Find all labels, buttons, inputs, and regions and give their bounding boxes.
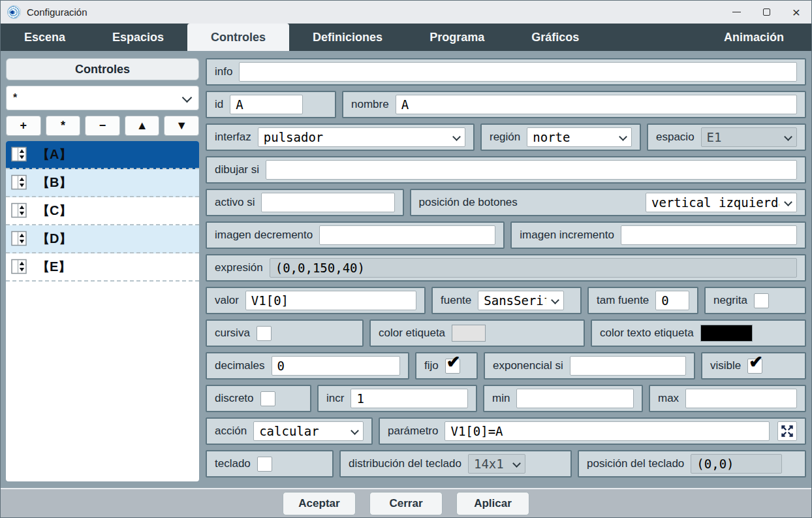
- region-value: norte: [533, 130, 570, 144]
- negrita-label: negrita: [713, 294, 747, 307]
- tab-espacios[interactable]: Espacios: [89, 24, 187, 51]
- negrita-checkbox[interactable]: [754, 293, 769, 308]
- spinner-control-icon: [11, 146, 27, 163]
- row-valor-fuente: valor V1[0] fuente SansSerif tam fuente …: [206, 287, 806, 314]
- imagen-decremento-input[interactable]: [319, 225, 495, 245]
- list-item-a[interactable]: 【A】: [6, 141, 199, 169]
- field-expresion: expresión (0,0,150,40): [206, 254, 806, 282]
- expand-editor-button[interactable]: [777, 421, 797, 441]
- maximize-button[interactable]: [751, 1, 781, 24]
- field-negrita: negrita: [704, 287, 806, 314]
- valor-input[interactable]: V1[0]: [245, 291, 416, 310]
- posicion-botones-value: vertical izquierda: [651, 195, 779, 210]
- list-item-label: 【C】: [37, 202, 72, 219]
- row-decimales: decimales 0 fijo ✔ exponencial si visibl…: [206, 352, 806, 380]
- tab-definiciones[interactable]: Definiciones: [289, 24, 406, 51]
- field-distribucion-teclado: distribución del teclado 14x1: [339, 450, 572, 478]
- interfaz-value: pulsador: [264, 130, 324, 144]
- incr-input[interactable]: 1: [351, 389, 468, 408]
- sidebar-header-button[interactable]: Controles: [6, 58, 199, 80]
- list-item-label: 【B】: [37, 174, 72, 191]
- color-texto-etiqueta-swatch[interactable]: [700, 325, 753, 342]
- move-up-button[interactable]: ▲: [125, 116, 160, 136]
- id-input[interactable]: A: [230, 95, 303, 114]
- fijo-checkbox[interactable]: ✔: [445, 359, 460, 374]
- row-info: info: [206, 58, 806, 86]
- interfaz-label: interfaz: [215, 131, 251, 144]
- dibujar-si-input[interactable]: [266, 160, 797, 180]
- list-item-e[interactable]: 【E】: [6, 253, 199, 282]
- minimize-button[interactable]: [721, 1, 751, 24]
- color-etiqueta-swatch[interactable]: [452, 325, 486, 342]
- add-control-button[interactable]: +: [6, 116, 41, 136]
- spinner-control-icon: [11, 174, 27, 191]
- list-item-c[interactable]: 【C】: [6, 197, 199, 225]
- interfaz-select[interactable]: pulsador: [258, 127, 465, 147]
- move-down-button[interactable]: ▼: [164, 116, 199, 136]
- row-activo-si: activo si posición de botones vertical i…: [206, 189, 806, 216]
- control-filter-select[interactable]: *: [6, 86, 199, 110]
- posicion-teclado-input: (0,0): [691, 454, 782, 474]
- close-button[interactable]: ×: [781, 1, 811, 24]
- field-interfaz: interfaz pulsador: [206, 123, 475, 151]
- aplicar-button[interactable]: Aplicar: [456, 492, 529, 515]
- posicion-botones-select[interactable]: vertical izquierda: [646, 193, 797, 212]
- tab-animacion[interactable]: Animación: [700, 24, 807, 51]
- tabbar: Escena Espacios Controles Definiciones P…: [1, 24, 811, 51]
- parametro-input[interactable]: V1[0]=A: [445, 421, 770, 441]
- descartes-logo-icon: [7, 5, 21, 19]
- cursiva-checkbox[interactable]: [257, 326, 272, 341]
- field-fijo: fijo ✔: [415, 352, 478, 380]
- accion-select[interactable]: calcular: [253, 421, 364, 441]
- field-imagen-incremento: imagen incremento: [510, 221, 806, 249]
- list-item-b[interactable]: 【B】: [6, 169, 199, 197]
- distribucion-teclado-value: 14x1: [474, 457, 504, 471]
- titlebar: Configuración ×: [1, 1, 811, 24]
- visible-checkbox[interactable]: ✔: [747, 359, 762, 374]
- field-posicion-teclado: posición del teclado (0,0): [578, 450, 806, 478]
- chevron-down-icon: [784, 133, 792, 141]
- nombre-input[interactable]: A: [396, 95, 797, 114]
- row-interfaz: interfaz pulsador región norte espacio: [206, 123, 806, 151]
- remove-control-button[interactable]: −: [85, 116, 120, 136]
- cursiva-label: cursiva: [215, 327, 250, 340]
- list-item-label: 【E】: [37, 258, 71, 276]
- field-max: max: [649, 385, 806, 412]
- info-label: info: [215, 65, 232, 78]
- tab-graficos[interactable]: Gráficos: [508, 24, 602, 51]
- discreto-checkbox[interactable]: [260, 391, 275, 406]
- min-input[interactable]: [516, 389, 634, 408]
- duplicate-control-button[interactable]: *: [46, 116, 81, 136]
- imagen-decremento-label: imagen decremento: [215, 229, 313, 242]
- fuente-value: SansSerif: [484, 293, 546, 308]
- tab-programa[interactable]: Programa: [406, 24, 508, 51]
- list-item-d[interactable]: 【D】: [6, 225, 199, 253]
- control-properties-form: info id A nombre A interfaz puls: [206, 58, 806, 481]
- chevron-down-icon: [512, 459, 521, 468]
- max-input[interactable]: [685, 389, 797, 408]
- activo-si-input[interactable]: [261, 193, 394, 212]
- info-input[interactable]: [239, 62, 797, 82]
- decimales-input[interactable]: 0: [272, 356, 400, 376]
- tam-fuente-input[interactable]: 0: [655, 291, 689, 310]
- spinner-control-icon: [11, 231, 27, 247]
- tab-controles[interactable]: Controles: [187, 24, 289, 51]
- aceptar-button[interactable]: Aceptar: [283, 492, 356, 515]
- teclado-checkbox[interactable]: [257, 457, 272, 472]
- discreto-label: discreto: [215, 392, 254, 405]
- imagen-incremento-label: imagen incremento: [520, 229, 614, 242]
- field-dibujar-si: dibujar si: [206, 156, 806, 184]
- teclado-label: teclado: [215, 457, 251, 470]
- exponencial-si-input[interactable]: [570, 356, 686, 376]
- valor-label: valor: [215, 294, 239, 307]
- imagen-incremento-input[interactable]: [621, 225, 797, 245]
- fuente-select[interactable]: SansSerif: [478, 291, 564, 310]
- region-select[interactable]: norte: [527, 127, 632, 147]
- parametro-label: parámetro: [388, 425, 438, 438]
- minimize-icon: [732, 12, 741, 12]
- nombre-label: nombre: [351, 98, 389, 111]
- field-nombre: nombre A: [342, 91, 806, 118]
- accion-value: calcular: [259, 424, 319, 438]
- tab-escena[interactable]: Escena: [1, 24, 89, 51]
- cerrar-button[interactable]: Cerrar: [369, 492, 443, 515]
